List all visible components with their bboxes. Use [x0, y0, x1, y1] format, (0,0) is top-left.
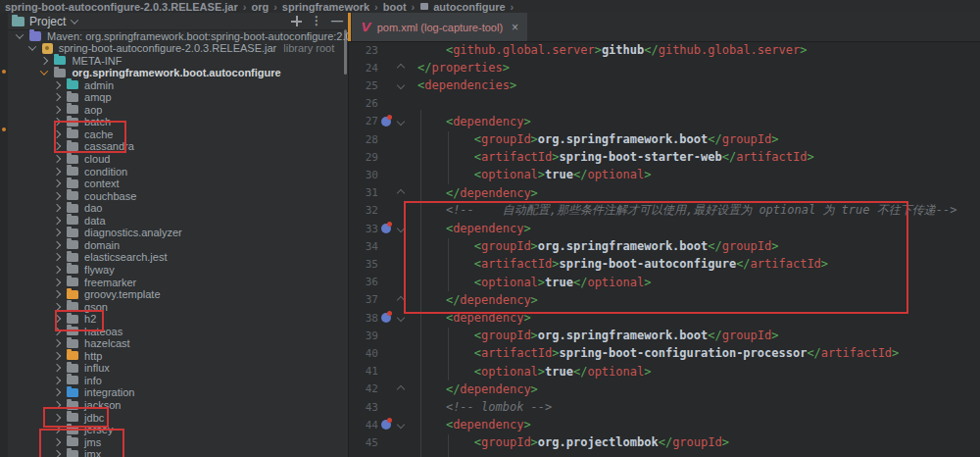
tree-item-http[interactable]: http [0, 349, 349, 362]
tree-item-elasticsearch-jest[interactable]: elasticsearch.jest [0, 251, 349, 264]
tree-item-couchbase[interactable]: couchbase [0, 189, 349, 202]
tree-item-hateoas[interactable]: hateoas [0, 325, 349, 337]
project-panel-title[interactable]: Project [29, 15, 66, 28]
chevron-right-icon[interactable] [40, 56, 48, 64]
fold-marker-icon[interactable] [397, 385, 405, 393]
chevron-right-icon[interactable] [53, 278, 61, 285]
chevron-down-icon[interactable] [27, 42, 35, 50]
tree-item-groovy-template[interactable]: groovy.template [0, 288, 349, 301]
code-line[interactable]: 25<dependencies> [349, 76, 980, 94]
tree-item-admin[interactable]: admin [0, 78, 349, 91]
code-line[interactable]: 43 <!-- lombok --> [349, 398, 980, 416]
tree-item-gson[interactable]: gson [0, 300, 349, 313]
code-line[interactable]: 31 </dependency> [349, 184, 980, 202]
chevron-right-icon[interactable] [53, 253, 61, 261]
fold-marker-icon[interactable] [397, 64, 405, 72]
tree-item-diagnostics-analyzer[interactable]: diagnostics.analyzer [0, 227, 349, 239]
chevron-right-icon[interactable] [53, 377, 61, 384]
code-line[interactable]: 39 <groupId>org.springframework.boot</gr… [349, 327, 980, 344]
maven-dependency-gutter-icon[interactable] [381, 420, 391, 430]
code-line[interactable]: 23 <github.global.server>github</github.… [349, 41, 980, 59]
breadcrumb-item[interactable]: boot [383, 1, 407, 13]
chevron-right-icon[interactable] [53, 155, 61, 163]
tree-item-org-springframework-boot-autoconfigure[interactable]: org.springframework.boot.autoconfigure [0, 67, 349, 79]
maven-dependency-gutter-icon[interactable] [381, 117, 391, 127]
code-area[interactable]: 23 <github.global.server>github</github.… [349, 41, 980, 457]
code-line[interactable]: 34 <groupId>org.springframework.boot</gr… [349, 237, 980, 255]
chevron-right-icon[interactable] [53, 191, 61, 199]
chevron-right-icon[interactable] [53, 93, 61, 101]
chevron-right-icon[interactable] [53, 413, 61, 421]
chevron-right-icon[interactable] [53, 228, 61, 236]
chevron-down-icon[interactable] [16, 30, 24, 38]
hide-panel-icon[interactable]: — [331, 16, 343, 26]
chevron-right-icon[interactable] [53, 80, 61, 88]
chevron-right-icon[interactable] [53, 118, 61, 126]
code-line[interactable]: 26 [349, 95, 980, 113]
tree-item-condition[interactable]: condition [0, 165, 349, 178]
chevron-right-icon[interactable] [53, 450, 61, 457]
locate-icon[interactable] [291, 16, 302, 26]
tree-item-influx[interactable]: influx [0, 362, 349, 375]
fold-marker-icon[interactable] [397, 296, 405, 304]
chevron-right-icon[interactable] [53, 241, 61, 249]
tree-item-hazelcast[interactable]: hazelcast [0, 337, 349, 350]
tab-pom-xml[interactable]: V pom.xml (log-capture-tool) × [352, 13, 527, 41]
chevron-right-icon[interactable] [53, 327, 61, 334]
tree-item-cloud[interactable]: cloud [0, 153, 349, 166]
maven-dependency-gutter-icon[interactable] [381, 313, 391, 323]
chevron-right-icon[interactable] [53, 142, 61, 150]
chevron-right-icon[interactable] [53, 204, 61, 212]
tree-item-jackson[interactable]: jackson [0, 399, 349, 412]
code-line[interactable]: 28 <groupId>org.springframework.boot</gr… [349, 130, 980, 148]
breadcrumb-item[interactable]: org [251, 1, 269, 13]
code-line[interactable]: 32 <!-- 自动配置,那些条件注解才可以使用,最好设置为 optional … [349, 202, 980, 220]
chevron-right-icon[interactable] [53, 290, 61, 298]
chevron-right-icon[interactable] [53, 401, 61, 409]
tree-item-jdbc[interactable]: jdbc [0, 411, 349, 424]
chevron-right-icon[interactable] [53, 437, 61, 445]
chevron-right-icon[interactable] [53, 179, 61, 187]
tree-item-integration[interactable]: integration [0, 386, 349, 399]
chevron-right-icon[interactable] [53, 339, 61, 347]
tree-item-meta-inf[interactable]: META-INF [0, 54, 349, 67]
tree-item-aop[interactable]: aop [0, 103, 349, 116]
chevron-right-icon[interactable] [53, 106, 61, 114]
tree-item-jmx[interactable]: jmx [0, 448, 349, 457]
tree-item-cache[interactable]: cache [0, 127, 349, 140]
chevron-right-icon[interactable] [53, 388, 61, 396]
chevron-right-icon[interactable] [53, 352, 61, 360]
more-icon[interactable]: ⋮ [311, 16, 322, 26]
fold-marker-icon[interactable] [397, 225, 405, 232]
chevron-down-icon[interactable] [40, 67, 48, 75]
code-line[interactable]: 42 </dependency> [349, 381, 980, 398]
fold-marker-icon[interactable] [397, 314, 405, 322]
chevron-right-icon[interactable] [53, 266, 61, 274]
code-line[interactable]: 41 <optional>true</optional> [349, 363, 980, 381]
tree-item-freemarker[interactable]: freemarker [0, 276, 349, 288]
code-line[interactable]: 44 <dependency> [349, 416, 980, 433]
code-line[interactable]: 33 <dependency> [349, 220, 980, 237]
tree-item-jersey[interactable]: jersey [0, 424, 349, 436]
chevron-right-icon[interactable] [53, 217, 61, 225]
chevron-right-icon[interactable] [53, 315, 61, 323]
code-line[interactable]: 30 <optional>true</optional> [349, 166, 980, 183]
breadcrumb-item[interactable]: springframework [282, 1, 369, 13]
breadcrumb-item[interactable]: autoconfigure [433, 1, 505, 13]
close-icon[interactable]: × [512, 23, 518, 32]
fold-marker-icon[interactable] [397, 188, 405, 196]
tree-item-cassandra[interactable]: cassandra [0, 140, 349, 153]
chevron-right-icon[interactable] [53, 426, 61, 433]
tree-item-h2[interactable]: h2 [0, 313, 349, 326]
tree-item-info[interactable]: info [0, 374, 349, 386]
chevron-down-icon[interactable] [71, 16, 78, 24]
code-line[interactable]: 24</properties> [349, 59, 980, 76]
code-line[interactable]: 27 <dependency> [349, 113, 980, 130]
breadcrumb-item[interactable]: spring-boot-autoconfigure-2.0.3.RELEASE.… [5, 1, 238, 13]
tree-item-context[interactable]: context [0, 178, 349, 190]
tree-item-batch[interactable]: batch [0, 116, 349, 128]
code-line[interactable]: 40 <artifactId>spring-boot-configuration… [349, 344, 980, 362]
tree-item-amqp[interactable]: amqp [0, 91, 349, 104]
chevron-right-icon[interactable] [53, 302, 61, 310]
tree-item-domain[interactable]: domain [0, 238, 349, 251]
